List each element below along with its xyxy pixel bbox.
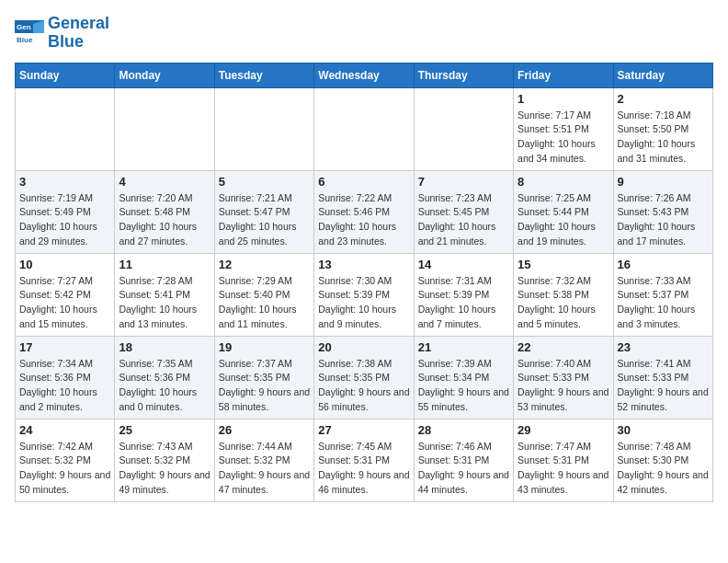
calendar-cell: 13Sunrise: 7:30 AM Sunset: 5:39 PM Dayli… <box>314 253 414 336</box>
day-number: 9 <box>618 175 709 189</box>
day-header-sunday: Sunday <box>16 63 115 87</box>
calendar-week-3: 10Sunrise: 7:27 AM Sunset: 5:42 PM Dayli… <box>16 253 713 336</box>
day-info: Sunrise: 7:38 AM Sunset: 5:35 PM Dayligh… <box>318 357 409 415</box>
day-number: 22 <box>518 340 609 354</box>
logo-icon: Gen Blue <box>15 20 44 46</box>
day-number: 27 <box>318 423 409 437</box>
day-number: 16 <box>618 258 709 271</box>
day-info: Sunrise: 7:30 AM Sunset: 5:39 PM Dayligh… <box>318 274 409 332</box>
calendar-header-row: SundayMondayTuesdayWednesdayThursdayFrid… <box>16 63 713 87</box>
calendar-cell: 10Sunrise: 7:27 AM Sunset: 5:42 PM Dayli… <box>16 253 115 336</box>
day-number: 1 <box>518 92 609 106</box>
day-number: 24 <box>19 423 110 437</box>
calendar-cell: 21Sunrise: 7:39 AM Sunset: 5:34 PM Dayli… <box>414 336 513 419</box>
day-info: Sunrise: 7:17 AM Sunset: 5:51 PM Dayligh… <box>518 109 609 167</box>
day-info: Sunrise: 7:32 AM Sunset: 5:38 PM Dayligh… <box>518 274 609 332</box>
day-header-monday: Monday <box>115 63 214 87</box>
calendar-cell: 18Sunrise: 7:35 AM Sunset: 5:36 PM Dayli… <box>115 336 214 419</box>
day-info: Sunrise: 7:27 AM Sunset: 5:42 PM Dayligh… <box>19 274 110 332</box>
calendar-cell <box>414 87 513 170</box>
day-header-tuesday: Tuesday <box>214 63 313 87</box>
day-number: 13 <box>318 258 409 271</box>
calendar-week-5: 24Sunrise: 7:42 AM Sunset: 5:32 PM Dayli… <box>16 419 713 501</box>
day-info: Sunrise: 7:41 AM Sunset: 5:33 PM Dayligh… <box>618 357 709 415</box>
day-header-friday: Friday <box>514 63 613 87</box>
day-info: Sunrise: 7:18 AM Sunset: 5:50 PM Dayligh… <box>618 109 709 167</box>
calendar-cell: 4Sunrise: 7:20 AM Sunset: 5:48 PM Daylig… <box>115 170 214 253</box>
calendar-cell: 19Sunrise: 7:37 AM Sunset: 5:35 PM Dayli… <box>214 336 313 419</box>
day-number: 25 <box>119 423 210 437</box>
day-header-wednesday: Wednesday <box>314 63 414 87</box>
header: Gen Blue General Blue <box>15 15 713 52</box>
calendar-cell: 14Sunrise: 7:31 AM Sunset: 5:39 PM Dayli… <box>414 253 513 336</box>
calendar-cell: 2Sunrise: 7:18 AM Sunset: 5:50 PM Daylig… <box>613 87 712 170</box>
calendar-cell: 24Sunrise: 7:42 AM Sunset: 5:32 PM Dayli… <box>16 419 115 501</box>
calendar-cell: 25Sunrise: 7:43 AM Sunset: 5:32 PM Dayli… <box>115 419 214 501</box>
day-info: Sunrise: 7:29 AM Sunset: 5:40 PM Dayligh… <box>219 274 310 332</box>
calendar-cell <box>16 87 115 170</box>
day-header-thursday: Thursday <box>414 63 513 87</box>
calendar-cell: 20Sunrise: 7:38 AM Sunset: 5:35 PM Dayli… <box>314 336 414 419</box>
day-number: 30 <box>618 423 709 437</box>
calendar-week-1: 1Sunrise: 7:17 AM Sunset: 5:51 PM Daylig… <box>16 87 713 170</box>
calendar-cell: 29Sunrise: 7:47 AM Sunset: 5:31 PM Dayli… <box>514 419 613 501</box>
day-info: Sunrise: 7:31 AM Sunset: 5:39 PM Dayligh… <box>418 274 509 332</box>
day-info: Sunrise: 7:45 AM Sunset: 5:31 PM Dayligh… <box>318 440 409 498</box>
day-info: Sunrise: 7:20 AM Sunset: 5:48 PM Dayligh… <box>119 191 210 249</box>
calendar-cell: 26Sunrise: 7:44 AM Sunset: 5:32 PM Dayli… <box>214 419 313 501</box>
calendar-week-2: 3Sunrise: 7:19 AM Sunset: 5:49 PM Daylig… <box>16 170 713 253</box>
day-number: 11 <box>119 258 210 271</box>
calendar-cell: 17Sunrise: 7:34 AM Sunset: 5:36 PM Dayli… <box>16 336 115 419</box>
day-info: Sunrise: 7:39 AM Sunset: 5:34 PM Dayligh… <box>418 357 509 415</box>
day-number: 26 <box>219 423 310 437</box>
day-info: Sunrise: 7:44 AM Sunset: 5:32 PM Dayligh… <box>219 440 310 498</box>
day-info: Sunrise: 7:25 AM Sunset: 5:44 PM Dayligh… <box>518 191 609 249</box>
calendar-cell <box>214 87 313 170</box>
day-number: 29 <box>518 423 609 437</box>
calendar-cell: 8Sunrise: 7:25 AM Sunset: 5:44 PM Daylig… <box>514 170 613 253</box>
day-number: 10 <box>19 258 110 271</box>
day-number: 15 <box>518 258 609 271</box>
calendar-cell: 16Sunrise: 7:33 AM Sunset: 5:37 PM Dayli… <box>613 253 712 336</box>
day-info: Sunrise: 7:46 AM Sunset: 5:31 PM Dayligh… <box>418 440 509 498</box>
day-number: 8 <box>518 175 609 189</box>
calendar-cell: 22Sunrise: 7:40 AM Sunset: 5:33 PM Dayli… <box>514 336 613 419</box>
day-number: 18 <box>119 340 210 354</box>
day-info: Sunrise: 7:48 AM Sunset: 5:30 PM Dayligh… <box>618 440 709 498</box>
day-number: 20 <box>318 340 409 354</box>
day-info: Sunrise: 7:26 AM Sunset: 5:43 PM Dayligh… <box>618 191 709 249</box>
calendar-cell: 3Sunrise: 7:19 AM Sunset: 5:49 PM Daylig… <box>16 170 115 253</box>
calendar-cell: 28Sunrise: 7:46 AM Sunset: 5:31 PM Dayli… <box>414 419 513 501</box>
calendar-cell: 1Sunrise: 7:17 AM Sunset: 5:51 PM Daylig… <box>514 87 613 170</box>
calendar-cell <box>115 87 214 170</box>
day-number: 23 <box>618 340 709 354</box>
svg-text:Gen: Gen <box>17 23 31 31</box>
day-info: Sunrise: 7:35 AM Sunset: 5:36 PM Dayligh… <box>119 357 210 415</box>
svg-text:Blue: Blue <box>17 36 33 44</box>
logo: Gen Blue General Blue <box>15 15 109 52</box>
day-info: Sunrise: 7:42 AM Sunset: 5:32 PM Dayligh… <box>19 440 110 498</box>
day-number: 12 <box>219 258 310 271</box>
day-number: 21 <box>418 340 509 354</box>
day-number: 14 <box>418 258 509 271</box>
day-number: 6 <box>318 175 409 189</box>
calendar-cell: 27Sunrise: 7:45 AM Sunset: 5:31 PM Dayli… <box>314 419 414 501</box>
calendar-cell: 11Sunrise: 7:28 AM Sunset: 5:41 PM Dayli… <box>115 253 214 336</box>
calendar: SundayMondayTuesdayWednesdayThursdayFrid… <box>15 63 713 502</box>
day-info: Sunrise: 7:28 AM Sunset: 5:41 PM Dayligh… <box>119 274 210 332</box>
calendar-cell: 30Sunrise: 7:48 AM Sunset: 5:30 PM Dayli… <box>613 419 712 501</box>
calendar-cell: 7Sunrise: 7:23 AM Sunset: 5:45 PM Daylig… <box>414 170 513 253</box>
day-number: 4 <box>119 175 210 189</box>
day-number: 5 <box>219 175 310 189</box>
calendar-cell: 23Sunrise: 7:41 AM Sunset: 5:33 PM Dayli… <box>613 336 712 419</box>
calendar-cell: 6Sunrise: 7:22 AM Sunset: 5:46 PM Daylig… <box>314 170 414 253</box>
day-number: 3 <box>19 175 110 189</box>
calendar-cell <box>314 87 414 170</box>
day-info: Sunrise: 7:34 AM Sunset: 5:36 PM Dayligh… <box>19 357 110 415</box>
calendar-cell: 9Sunrise: 7:26 AM Sunset: 5:43 PM Daylig… <box>613 170 712 253</box>
calendar-week-4: 17Sunrise: 7:34 AM Sunset: 5:36 PM Dayli… <box>16 336 713 419</box>
day-number: 2 <box>618 92 709 106</box>
day-info: Sunrise: 7:37 AM Sunset: 5:35 PM Dayligh… <box>219 357 310 415</box>
calendar-cell: 15Sunrise: 7:32 AM Sunset: 5:38 PM Dayli… <box>514 253 613 336</box>
logo-text: General Blue <box>48 15 109 52</box>
